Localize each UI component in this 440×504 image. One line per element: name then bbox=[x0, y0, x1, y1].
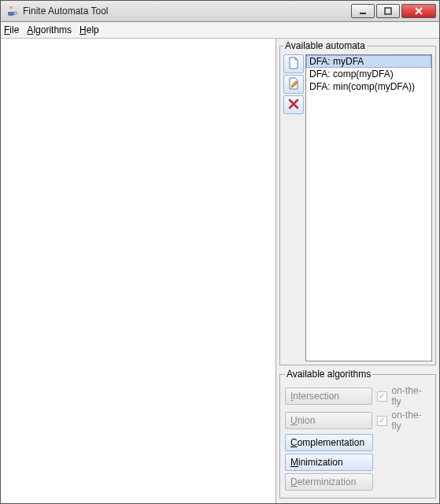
determinization-button: Determinization bbox=[285, 473, 373, 491]
svg-rect-1 bbox=[385, 8, 391, 14]
delete-icon bbox=[288, 98, 299, 112]
new-automaton-button[interactable] bbox=[283, 54, 304, 73]
available-automata-legend: Available automata bbox=[283, 40, 367, 51]
right-panel: Available automata DFA: bbox=[275, 39, 439, 503]
minimization-button[interactable]: Minimization bbox=[285, 454, 373, 471]
union-on-the-fly-checkbox: ✓ bbox=[377, 416, 387, 426]
intersection-button: Intersection bbox=[285, 387, 372, 405]
document-icon bbox=[288, 57, 299, 72]
available-algorithms-wrapper: Available algorithms Intersection ✓ on-t… bbox=[279, 369, 436, 498]
maximize-button[interactable] bbox=[376, 4, 400, 18]
union-button: Union bbox=[285, 412, 372, 429]
available-automata-panel: Available automata DFA: bbox=[279, 40, 436, 365]
edit-automaton-button[interactable] bbox=[283, 75, 304, 94]
menu-help[interactable]: Help bbox=[79, 24, 99, 35]
list-item[interactable]: DFA: min(comp(myDFA)) bbox=[306, 80, 431, 93]
menu-algorithms[interactable]: Algorithms bbox=[27, 24, 72, 35]
java-icon bbox=[6, 5, 18, 17]
available-algorithms-panel: Available algorithms Intersection ✓ on-t… bbox=[279, 369, 436, 498]
automata-toolbar bbox=[283, 54, 304, 361]
menu-file[interactable]: File bbox=[4, 24, 19, 35]
close-button[interactable] bbox=[401, 4, 436, 18]
intersection-on-the-fly-label: on-the-fly bbox=[392, 385, 431, 407]
delete-automaton-button[interactable] bbox=[283, 95, 304, 114]
list-item[interactable]: DFA: myDFA bbox=[306, 55, 431, 68]
window-buttons bbox=[351, 4, 436, 18]
edit-icon bbox=[288, 77, 299, 92]
svg-rect-0 bbox=[360, 13, 366, 14]
application-window: Finite Automata Tool File Algorithms Hel… bbox=[0, 0, 440, 504]
window-title: Finite Automata Tool bbox=[23, 6, 351, 17]
automata-list[interactable]: DFA: myDFA DFA: comp(myDFA) DFA: min(com… bbox=[305, 54, 432, 361]
union-on-the-fly-label: on-the-fly bbox=[392, 410, 431, 432]
available-algorithms-legend: Available algorithms bbox=[285, 369, 372, 380]
menubar: File Algorithms Help bbox=[1, 22, 439, 39]
titlebar[interactable]: Finite Automata Tool bbox=[1, 1, 439, 22]
complementation-button[interactable]: Complementation bbox=[285, 434, 373, 451]
intersection-on-the-fly-checkbox: ✓ bbox=[377, 391, 387, 402]
client-area: Available automata DFA: bbox=[1, 39, 439, 503]
canvas-area bbox=[1, 39, 275, 503]
list-item[interactable]: DFA: comp(myDFA) bbox=[306, 68, 431, 80]
minimize-button[interactable] bbox=[351, 4, 375, 18]
